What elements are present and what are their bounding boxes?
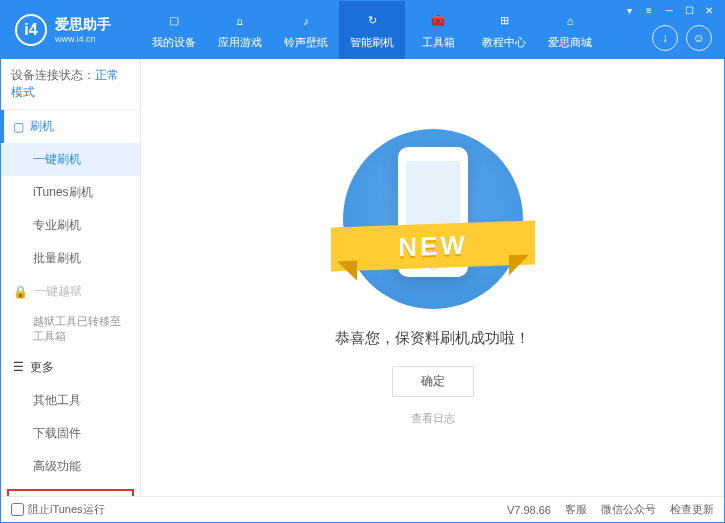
app-url: www.i4.cn — [55, 34, 111, 44]
flash-icon: ↻ — [362, 11, 382, 31]
sidebar: 设备连接状态：正常模式 ▢ 刷机 一键刷机iTunes刷机专业刷机批量刷机 🔒 … — [1, 59, 141, 496]
phone-icon: ▢ — [13, 120, 24, 134]
nav-tab-0[interactable]: ▢我的设备 — [141, 1, 207, 59]
user-icon[interactable]: ☺ — [686, 25, 712, 51]
window-controls: ▾ ≡ ─ ☐ ✕ — [614, 1, 724, 19]
update-link[interactable]: 检查更新 — [670, 502, 714, 517]
logo-area: i4 爱思助手 www.i4.cn — [1, 14, 141, 46]
nav-tabs: ▢我的设备⩍应用游戏♪铃声壁纸↻智能刷机🧰工具箱⊞教程中心⌂爱思商城 — [141, 1, 603, 59]
close-icon[interactable]: ✕ — [700, 3, 718, 17]
help-icon: ⊞ — [494, 11, 514, 31]
nav-tab-6[interactable]: ⌂爱思商城 — [537, 1, 603, 59]
success-message: 恭喜您，保资料刷机成功啦！ — [335, 329, 530, 348]
view-log-link[interactable]: 查看日志 — [411, 411, 455, 426]
download-icon[interactable]: ↓ — [652, 25, 678, 51]
success-illustration: NEW — [343, 129, 523, 309]
block-itunes-checkbox[interactable]: 阻止iTunes运行 — [11, 502, 105, 517]
version-label: V7.98.66 — [507, 504, 551, 516]
maximize-icon[interactable]: ☐ — [680, 3, 698, 17]
options-highlight-box: 自动激活 跳过向导 — [7, 489, 134, 496]
sidebar-item-flash-2[interactable]: 专业刷机 — [1, 209, 140, 242]
sidebar-item-flash-0[interactable]: 一键刷机 — [1, 143, 140, 176]
sidebar-item-flash-1[interactable]: iTunes刷机 — [1, 176, 140, 209]
title-bar: i4 爱思助手 www.i4.cn ▢我的设备⩍应用游戏♪铃声壁纸↻智能刷机🧰工… — [1, 1, 724, 59]
connection-status: 设备连接状态：正常模式 — [1, 59, 140, 110]
wechat-link[interactable]: 微信公众号 — [601, 502, 656, 517]
footer: 阻止iTunes运行 V7.98.66 客服 微信公众号 检查更新 — [1, 496, 724, 522]
sidebar-item-more-0[interactable]: 其他工具 — [1, 384, 140, 417]
sidebar-item-flash-3[interactable]: 批量刷机 — [1, 242, 140, 275]
app-name: 爱思助手 — [55, 16, 111, 34]
menu-icon[interactable]: ▾ — [620, 3, 638, 17]
device-icon: ▢ — [164, 11, 184, 31]
nav-tab-1[interactable]: ⩍应用游戏 — [207, 1, 273, 59]
logo-icon: i4 — [15, 14, 47, 46]
minimize-icon[interactable]: ─ — [660, 3, 678, 17]
list-icon: ☰ — [13, 360, 24, 374]
nav-tab-3[interactable]: ↻智能刷机 — [339, 1, 405, 59]
apps-icon: ⩍ — [230, 11, 250, 31]
music-icon: ♪ — [296, 11, 316, 31]
store-icon: ⌂ — [560, 11, 580, 31]
service-link[interactable]: 客服 — [565, 502, 587, 517]
new-banner: NEW — [331, 220, 535, 271]
main-content: NEW 恭喜您，保资料刷机成功啦！ 确定 查看日志 — [141, 59, 724, 496]
nav-tab-2[interactable]: ♪铃声壁纸 — [273, 1, 339, 59]
jailbreak-note: 越狱工具已转移至工具箱 — [1, 308, 140, 351]
sidebar-header-flash[interactable]: ▢ 刷机 — [1, 110, 140, 143]
sidebar-item-more-1[interactable]: 下载固件 — [1, 417, 140, 450]
sidebar-header-jailbreak[interactable]: 🔒 一键越狱 — [1, 275, 140, 308]
settings-icon[interactable]: ≡ — [640, 3, 658, 17]
nav-tab-5[interactable]: ⊞教程中心 — [471, 1, 537, 59]
lock-icon: 🔒 — [13, 285, 28, 299]
sidebar-header-more[interactable]: ☰ 更多 — [1, 351, 140, 384]
ok-button[interactable]: 确定 — [392, 366, 474, 397]
tools-icon: 🧰 — [428, 11, 448, 31]
nav-tab-4[interactable]: 🧰工具箱 — [405, 1, 471, 59]
sidebar-item-more-2[interactable]: 高级功能 — [1, 450, 140, 483]
